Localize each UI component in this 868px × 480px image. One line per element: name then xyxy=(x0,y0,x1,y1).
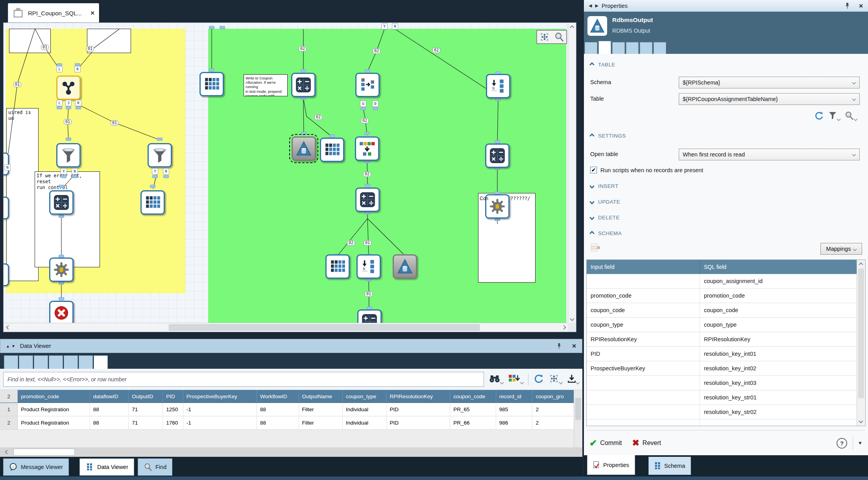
input-field-cell[interactable]: coupon_type xyxy=(587,318,700,332)
rdbms-node[interactable] xyxy=(292,136,316,161)
mapping-row[interactable]: resolution_key_str02 xyxy=(587,405,865,419)
tab-properties[interactable]: Properties xyxy=(587,455,635,475)
input-field-cell[interactable] xyxy=(587,405,700,419)
search-magnifier-icon[interactable] xyxy=(844,111,857,122)
remap-node[interactable] xyxy=(355,136,379,161)
sql-field-cell[interactable]: coupon_assignment_id xyxy=(700,274,857,288)
join-node[interactable] xyxy=(56,75,81,100)
mapping-row[interactable]: resolution_key_int03 xyxy=(587,376,865,390)
tab-schema[interactable]: Schema xyxy=(648,457,691,475)
collapse-up-icon[interactable]: ▲ xyxy=(6,344,10,348)
collapse-down-icon[interactable]: ▼ xyxy=(11,344,15,348)
pin-icon[interactable] xyxy=(557,343,561,349)
properties-tab[interactable] xyxy=(654,42,666,54)
column-header[interactable]: OutputID xyxy=(129,390,163,403)
section-update[interactable]: UPDATE xyxy=(590,199,620,205)
input-field-cell[interactable]: ProspectiveBuyerKey xyxy=(587,361,700,375)
mapping-row[interactable]: RPIResolutionKey RPIResolutionKey xyxy=(587,332,865,347)
input-field-cell[interactable] xyxy=(587,274,700,288)
sql-field-cell[interactable]: RPIResolutionKey xyxy=(700,332,857,346)
grid-node[interactable] xyxy=(140,190,165,215)
scrollbar-thumb[interactable] xyxy=(13,449,75,456)
sql-field-cell[interactable]: resolution_key_str02 xyxy=(700,405,857,419)
refresh-icon[interactable] xyxy=(533,373,544,385)
grid-node[interactable] xyxy=(325,254,350,279)
mapping-row[interactable]: coupon_type coupon_type xyxy=(587,318,865,332)
data-viewer-tab[interactable] xyxy=(94,355,108,369)
column-header[interactable]: ProspectiveBuyerKey xyxy=(183,390,257,403)
pan-icon[interactable] xyxy=(539,32,550,42)
delete-mapping-rows-icon[interactable] xyxy=(590,243,601,254)
canvas-overview-control[interactable] xyxy=(536,30,567,44)
table-row[interactable]: 1 Product Registration88711250-188Filter… xyxy=(0,403,574,416)
canvas-vertical-scrollbar[interactable] xyxy=(568,23,576,324)
grid-node[interactable] xyxy=(320,138,344,162)
find-input[interactable] xyxy=(3,372,484,387)
more-menu-icon[interactable]: ▼ xyxy=(858,440,862,446)
annotation-box[interactable]: Write to Coupon Allocation. If we're run… xyxy=(244,74,288,96)
grid-node[interactable] xyxy=(199,72,224,96)
input-field-cell[interactable]: PID xyxy=(587,347,700,361)
open-table-dropdown[interactable]: When first record is read xyxy=(679,149,860,160)
column-header[interactable]: coupon_gro xyxy=(532,390,574,403)
topn-node[interactable] xyxy=(356,254,381,279)
section-schema[interactable]: SCHEMA xyxy=(590,230,622,236)
tab-message-viewer[interactable]: Message Viewer xyxy=(3,458,69,476)
column-header[interactable]: RPIResolutionKey xyxy=(387,390,451,403)
tab-find[interactable]: Find xyxy=(138,458,172,476)
mapping-row[interactable] xyxy=(587,419,865,426)
column-colors-icon[interactable] xyxy=(508,373,523,385)
mapping-row[interactable]: PID resolution_key_int01 xyxy=(587,347,865,361)
revert-button[interactable]: Revert xyxy=(643,440,661,447)
revert-x-icon[interactable]: ✖ xyxy=(632,438,639,448)
find-binoculars-icon[interactable] xyxy=(489,373,503,385)
node-stub[interactable] xyxy=(3,263,9,286)
schema-dropdown[interactable]: ${RPISchema} xyxy=(679,77,860,88)
mapping-row[interactable]: coupon_code coupon_code xyxy=(587,303,865,318)
nav-left-icon[interactable]: ◀ xyxy=(589,3,591,8)
sql-field-cell[interactable]: coupon_type xyxy=(700,318,857,332)
filter-node[interactable] xyxy=(56,143,81,167)
column-header[interactable]: coupon_code xyxy=(450,390,496,403)
topn-node[interactable] xyxy=(486,74,510,98)
close-icon[interactable]: ✕ xyxy=(572,343,576,349)
calc-node[interactable] xyxy=(355,188,380,212)
mappings-button[interactable]: Mappings xyxy=(820,243,862,255)
data-viewer-tab[interactable] xyxy=(34,355,48,369)
properties-tab[interactable] xyxy=(640,42,652,54)
mapping-row[interactable]: promotion_code promotion_code xyxy=(587,289,865,303)
section-insert[interactable]: INSERT xyxy=(590,183,619,189)
export-download-icon[interactable] xyxy=(567,373,579,385)
scroll-up-icon[interactable] xyxy=(570,25,574,29)
column-header[interactable]: record_id xyxy=(496,390,533,403)
filter-funnel-icon[interactable] xyxy=(828,111,840,122)
data-viewer-vertical-scrollbar[interactable] xyxy=(574,390,582,447)
canvas-horizontal-scrollbar[interactable] xyxy=(4,323,569,332)
filter-node[interactable] xyxy=(148,143,172,167)
error-node[interactable] xyxy=(49,301,74,325)
calc-node[interactable] xyxy=(485,143,510,168)
data-viewer-tab[interactable] xyxy=(4,355,18,369)
properties-titlebar[interactable]: ◀ ▶ Properties ✕ xyxy=(584,0,868,12)
column-header[interactable]: WorkflowID xyxy=(257,390,299,403)
pin-icon[interactable] xyxy=(845,2,850,9)
section-delete[interactable]: DELETE xyxy=(590,215,620,221)
sql-field-cell[interactable]: coupon_code xyxy=(700,303,857,317)
gear-node[interactable] xyxy=(485,194,510,219)
mapping-grid-scrollbar[interactable] xyxy=(857,260,865,426)
fieldsel-node[interactable] xyxy=(355,73,380,97)
tab-data-viewer[interactable]: Data Viewer xyxy=(79,458,134,476)
data-viewer-tab[interactable] xyxy=(19,355,33,369)
input-field-cell[interactable] xyxy=(587,376,700,390)
commit-check-icon[interactable]: ✔ xyxy=(589,438,597,449)
properties-tab[interactable] xyxy=(598,41,611,54)
help-button[interactable]: ? xyxy=(837,438,847,449)
input-field-cell[interactable] xyxy=(587,390,700,405)
section-settings[interactable]: SETTINGS xyxy=(590,133,626,139)
commit-button[interactable]: Commit xyxy=(600,440,622,447)
input-field-cell[interactable]: RPIResolutionKey xyxy=(587,332,700,346)
sql-field-cell[interactable] xyxy=(700,419,857,426)
mapping-row[interactable]: ProspectiveBuyerKey resolution_key_int02 xyxy=(587,361,865,376)
rdbms-node[interactable] xyxy=(393,254,417,279)
sql-field-cell[interactable]: resolution_key_int02 xyxy=(700,361,857,375)
